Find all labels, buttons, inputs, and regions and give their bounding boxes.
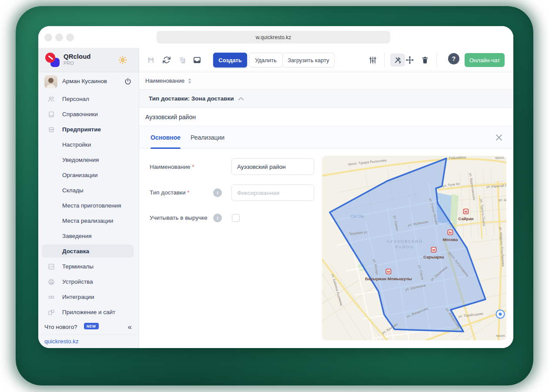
map-panel[interactable]: просп. Турара РыскуловаРайымбекапросп.ул…: [322, 156, 506, 340]
chevron-up-icon: [238, 97, 244, 101]
sidebar-item-directories[interactable]: Справочники: [38, 107, 139, 122]
sidebar-item-app-and-site[interactable]: Приложение и сайт: [38, 305, 139, 320]
quickresto-link[interactable]: quickresto.kz: [44, 338, 79, 345]
toolbar: Создать Удалить Загрузить карту: [139, 48, 513, 72]
name-input[interactable]: [231, 158, 314, 175]
detail-tab-bar: Основное Реализации: [139, 126, 513, 149]
table-header[interactable]: Наименование: [139, 72, 513, 90]
zone-row-label: Ауэзовский район: [145, 114, 196, 121]
zone-detail-panel: Наименование * Тип доставки * i Учитыват…: [139, 149, 513, 348]
inbox-icon[interactable]: [193, 56, 201, 64]
address-bar[interactable]: w.quickresto.kz: [157, 31, 390, 44]
trash-icon[interactable]: [421, 56, 429, 64]
help-button[interactable]: ?: [448, 53, 459, 64]
sidebar-item-terminals[interactable]: QR Терминалы: [38, 259, 139, 274]
sidebar-subitem-venues[interactable]: Заведения: [38, 228, 139, 244]
online-chat-button[interactable]: Онлайн-чат: [465, 53, 505, 67]
close-icon[interactable]: [495, 134, 503, 141]
screenshot-root: w.quickresto.kz QRcloud PRO: [0, 0, 549, 392]
sidebar-item-label: Места приготовления: [62, 202, 121, 209]
tab-main[interactable]: Основное: [151, 126, 181, 149]
sidebar-subitem-cooking-places[interactable]: Места приготовления: [38, 198, 139, 213]
sidebar-item-label: Организации: [62, 172, 98, 178]
svg-text:М: М: [449, 231, 452, 235]
whats-new-link[interactable]: Что нового?: [44, 324, 77, 330]
sidebar-subitem-organizations[interactable]: Организации: [38, 168, 139, 183]
info-icon[interactable]: i: [213, 214, 222, 222]
browser-chrome: w.quickresto.kz: [38, 26, 513, 48]
street-label: просп.: [496, 334, 505, 338]
column-name: Наименование: [145, 77, 184, 84]
group-row-delivery-zone[interactable]: Тип доставки: Зона доставки: [139, 90, 513, 108]
sidebar: Арман Кусаинов Персонал: [38, 72, 139, 348]
edit-tools-button[interactable]: [390, 54, 405, 67]
svg-text:М: М: [387, 270, 390, 274]
qr-icon: QR: [47, 263, 55, 271]
create-button[interactable]: Создать: [213, 53, 247, 67]
book-icon: [47, 111, 55, 118]
copy-icon[interactable]: [178, 56, 187, 64]
tab-realizations[interactable]: Реализации: [191, 126, 224, 149]
svg-text:М: М: [465, 210, 468, 214]
info-icon[interactable]: i: [213, 188, 222, 197]
delete-button[interactable]: Удалить: [249, 53, 283, 67]
zone-row[interactable]: Ауэзовский район: [139, 108, 513, 126]
refresh-icon[interactable]: [162, 56, 171, 64]
logout-power-icon[interactable]: [124, 77, 132, 85]
sidebar-subitem-delivery[interactable]: Доставка: [38, 244, 139, 259]
name-field-label: Наименование *: [150, 164, 194, 170]
map-canvas[interactable]: просп. Турара РыскуловаРайымбекапросп.ул…: [322, 156, 506, 340]
sort-icon[interactable]: [187, 78, 192, 84]
street-label: просп.: [495, 156, 505, 160]
sidebar-item-personnel[interactable]: Персонал: [38, 91, 139, 107]
district-label: АУЭЗОВСКИЙ: [386, 239, 423, 244]
user-row[interactable]: Арман Кусаинов: [38, 72, 139, 91]
filters-icon[interactable]: [368, 56, 377, 64]
toolbar-divider: [436, 53, 437, 67]
street-label: Car City: [351, 214, 364, 218]
move-icon[interactable]: [405, 56, 414, 64]
sidebar-header: QRcloud PRO: [38, 48, 139, 72]
sidebar-item-devices[interactable]: Устройства: [38, 274, 139, 289]
theme-sun-icon[interactable]: [118, 56, 127, 64]
sidebar-item-label: Настройки: [62, 141, 91, 148]
window-control-dot[interactable]: [44, 34, 52, 41]
street-label: ул. Ше: [499, 198, 506, 202]
delivery-type-input[interactable]: [231, 184, 314, 201]
sidebar-subitem-warehouses[interactable]: Склады: [38, 183, 139, 198]
brand-plan: PRO: [64, 60, 74, 66]
sidebar-item-enterprise[interactable]: Предприятие: [38, 122, 139, 137]
window-control-dot[interactable]: [66, 34, 74, 41]
required-asterisk: *: [192, 164, 194, 170]
sidebar-item-label: Склады: [62, 187, 84, 194]
sidebar-item-label: Терминалы: [62, 263, 94, 270]
sidebar-subitem-settings[interactable]: Настройки: [38, 137, 139, 152]
svg-text:QR: QR: [50, 265, 54, 268]
new-badge: NEW: [84, 323, 99, 329]
metro-station-label: Бауыржан Момышулы: [365, 276, 412, 281]
sidebar-subitem-notifications[interactable]: Уведомления: [38, 152, 139, 168]
sidebar-item-label: Интеграции: [62, 294, 94, 300]
sidebar-item-label: Заведения: [62, 233, 92, 239]
main-content: Наименование Тип доставки: Зона доставки…: [139, 72, 513, 348]
collapse-sidebar-icon[interactable]: «: [128, 323, 132, 331]
sidebar-item-label: Места реализации: [62, 218, 113, 224]
sidebar-item-label: Приложение и сайт: [62, 309, 115, 315]
revenue-label: Учитывать в выручке: [150, 214, 208, 221]
window-control-dot[interactable]: [55, 34, 63, 41]
sidebar-item-integrations[interactable]: Интеграции: [38, 289, 139, 305]
toolbar-divider: [384, 53, 385, 67]
save-icon[interactable]: [147, 56, 155, 64]
site-row: quickresto.kz: [38, 334, 139, 348]
metro-station-label: Москва: [443, 237, 458, 242]
district-label: РАЙОН: [395, 245, 414, 249]
browser-window: w.quickresto.kz QRcloud PRO: [38, 26, 513, 348]
people-icon: [47, 95, 55, 103]
sidebar-subitem-sales-places[interactable]: Места реализации: [38, 213, 139, 228]
map-locate-control[interactable]: [496, 310, 505, 318]
metro-station-label: Сайран: [459, 216, 474, 221]
revenue-checkbox[interactable]: [232, 214, 240, 222]
sidebar-item-label: Персонал: [62, 96, 89, 102]
load-map-button[interactable]: Загрузить карту: [282, 53, 335, 67]
help-label: ?: [452, 55, 456, 62]
